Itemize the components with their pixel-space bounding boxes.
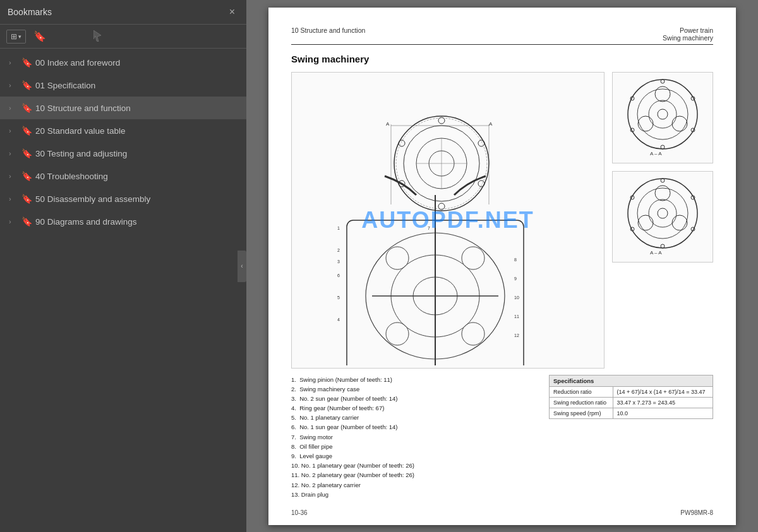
bookmark-sym-icon: 🔖 [21,103,32,113]
specs-row-3: Swing speed (rpm) 10.0 [550,408,713,418]
chevron-icon: › [9,59,18,66]
bookmark-button[interactable]: 🔖 [30,28,50,44]
header-category-sub: Swing machinery [663,34,713,42]
chevron-icon: › [9,104,18,112]
expand-collapse-button[interactable]: ⊞ ▾ [6,30,26,44]
sidebar-item-00[interactable]: › 🔖 00 Index and foreword [0,51,246,74]
svg-point-44 [637,89,688,139]
chevron-icon: › [9,195,18,203]
svg-text:10: 10 [514,295,519,300]
svg-point-27 [386,322,409,345]
page-title: Swing machinery [291,54,713,64]
sidebar-item-30[interactable]: › 🔖 30 Testing and adjusting [0,142,246,165]
svg-text:A – A: A – A [650,151,662,157]
sidebar-item-50[interactable]: › 🔖 50 Disassembly and assembly [0,187,246,210]
svg-point-5 [438,117,445,124]
bookmark-sym-icon: 🔖 [21,171,32,181]
sidebar-item-90[interactable]: › 🔖 90 Diagrams and drawings [0,210,246,233]
parts-list-item: 3. No. 2 sun gear (Number of teeth: 14) [291,394,539,403]
svg-text:5: 5 [337,295,340,300]
specs-row-2: Swing reduction ratio 33.47 x 7.273 = 24… [550,397,713,408]
sidebar-item-10[interactable]: › 🔖 10 Structure and function [0,97,246,119]
svg-point-7 [478,180,484,187]
parts-list-item: 8. Oil filler pipe [291,442,539,451]
svg-text:13: 13 [428,365,433,365]
parts-and-specs: 1. Swing pinion (Number of teeth: 11) 2.… [291,375,713,499]
specs-value: 33.47 x 7.273 = 243.45 [613,397,713,408]
specs-value: (14 + 67)/14 x (14 + 67)/14 = 33.47 [613,386,713,397]
svg-text:3: 3 [337,259,340,264]
sidebar-item-label: 40 Troubleshooting [35,172,108,181]
sidebar-item-01[interactable]: › 🔖 01 Specification [0,74,246,97]
header-category-main: Power train [663,27,713,34]
header-section-label: 10 Structure and function [291,27,365,42]
parts-list-item: 12. No. 2 planetary carrier [291,480,539,490]
svg-text:8: 8 [514,257,517,262]
specs-row-1: Reduction ratio (14 + 67)/14 x (14 + 67)… [550,386,713,397]
specs-header: Specifications [550,375,713,386]
page-header: 10 Structure and function Power train Sw… [291,27,713,45]
parts-list-item: 7. Swing motor [291,432,539,442]
svg-text:A – A: A – A [650,250,662,256]
chevron-icon: › [9,150,18,157]
svg-point-26 [462,247,484,269]
main-diagram-svg: A A [328,75,568,365]
specs-label: Reduction ratio [550,386,613,397]
collapse-arrow-icon: ‹ [241,263,243,269]
svg-point-25 [386,247,409,269]
sidebar-item-label: 20 Standard value table [35,126,126,136]
close-button[interactable]: × [226,5,239,19]
svg-point-6 [478,140,484,146]
parts-list-item: 6. No. 1 sun gear (Number of teeth: 14) [291,422,539,432]
sidebar-item-label: 30 Testing and adjusting [35,149,127,158]
svg-point-63 [658,208,668,218]
chevron-icon: › [9,218,18,225]
bookmark-list: › 🔖 00 Index and foreword › 🔖 01 Specifi… [0,49,246,532]
document-page: 10 Structure and function Power train Sw… [268,8,736,525]
bookmark-sym-icon: 🔖 [21,194,32,204]
sidebar-title: Bookmarks [8,7,52,17]
svg-point-43 [628,80,697,149]
side-diagram-bottom-svg: A – A [618,175,707,257]
svg-point-49 [658,109,668,119]
svg-point-10 [399,140,405,146]
sidebar-item-label: 50 Disassembly and assembly [35,194,150,204]
dropdown-icon: ▾ [18,33,21,40]
svg-point-67 [661,244,665,248]
top-side-diagram: A – A [612,72,713,163]
svg-text:1: 1 [337,226,340,230]
svg-point-50 [661,80,665,83]
sidebar-item-40[interactable]: › 🔖 40 Troubleshooting [0,165,246,187]
svg-point-62 [672,215,687,230]
svg-text:9: 9 [514,276,517,281]
sidebar-collapse-handle[interactable]: ‹ [238,251,246,282]
svg-text:A: A [386,121,390,127]
sidebar-header: Bookmarks × [0,0,246,25]
header-category: Power train Swing machinery [663,27,713,42]
bookmark-sym-icon: 🔖 [21,148,32,158]
parts-list-item: 4. Ring gear (Number of teeth: 67) [291,403,539,413]
main-diagram: A A [291,72,605,369]
side-diagram-top-svg: A – A [618,76,707,158]
svg-point-47 [638,116,653,131]
main-content: 10 Structure and function Power train Sw… [246,0,758,532]
parts-list: 1. Swing pinion (Number of teeth: 11) 2.… [291,375,539,499]
specs-value: 10.0 [613,408,713,418]
sidebar-item-label: 01 Specification [35,81,95,90]
sidebar: Bookmarks × ⊞ ▾ 🔖 › 🔖 00 Index and forew… [0,0,246,532]
svg-text:11: 11 [514,314,519,319]
sidebar-item-label: 10 Structure and function [35,103,131,113]
bottom-side-diagram: A – A [612,171,713,263]
svg-text:4: 4 [337,317,340,322]
sidebar-item-20[interactable]: › 🔖 20 Standard value table [0,119,246,142]
svg-text:7: 7 [428,226,430,230]
svg-text:6: 6 [337,273,340,278]
bookmark-sym-icon: 🔖 [21,57,32,68]
specs-table: Specifications Reduction ratio (14 + 67)… [549,375,713,499]
parts-list-item: 5. No. 1 planetary carrier [291,413,539,422]
svg-point-8 [438,203,445,210]
bookmark-icon: 🔖 [33,31,46,42]
document-code: PW98MR-8 [680,509,713,516]
bookmark-sym-icon: 🔖 [21,80,32,90]
parts-list-item: 13. Drain plug [291,490,539,499]
